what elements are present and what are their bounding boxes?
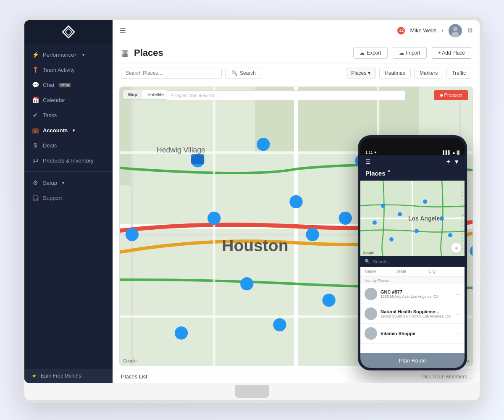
svg-rect-6 — [120, 87, 132, 185]
sidebar-item-deals[interactable]: $ Deals — [24, 138, 113, 153]
phone-search-text: Search... — [373, 259, 391, 264]
sidebar-item-label: Performance+ — [43, 52, 77, 58]
products-icon: 🏷 — [32, 157, 39, 164]
phone-time: 1:11 ✦ — [365, 150, 377, 155]
earn-free-months-item[interactable]: ★ Earn Free Months — [24, 369, 113, 383]
earn-free-months-label: Earn Free Months — [41, 373, 81, 379]
place-name: Natural Health Suppleme... — [381, 309, 452, 314]
place-avatar — [365, 327, 377, 340]
place-avatar — [365, 307, 377, 320]
chevron-down-icon: ▾ — [82, 52, 84, 57]
phone-filter-icon[interactable]: ▼ — [454, 158, 459, 165]
sidebar-item-label: Deals — [43, 142, 57, 149]
plan-route-button[interactable]: Plan Route — [360, 353, 465, 368]
markers-button[interactable]: Markers — [414, 68, 443, 79]
main-content: ☰ 12 Mike Wells ▾ ⚙ — [113, 20, 480, 383]
settings-icon[interactable]: ⚙ — [467, 26, 473, 34]
user-name[interactable]: Mike Wells — [410, 27, 436, 34]
heatmap-button[interactable]: Heatmap — [379, 68, 411, 79]
phone-list-item[interactable]: Natural Health Suppleme... 29358 South S… — [360, 304, 465, 324]
places-icon: ▦ — [121, 48, 129, 58]
sidebar-logo — [24, 20, 113, 44]
star-icon: ★ — [32, 373, 37, 379]
phone-notch — [360, 138, 465, 150]
sidebar-item-setup[interactable]: ⚙ Setup ▾ — [24, 175, 113, 190]
svg-text:Houston: Houston — [222, 236, 288, 255]
places-filter-button[interactable]: Places ▾ — [346, 68, 376, 79]
calendar-icon: 📅 — [32, 97, 39, 103]
import-button[interactable]: ☁ Import — [393, 47, 427, 59]
sidebar-item-chat[interactable]: 💬 Chat BETA — [24, 77, 113, 92]
phone-map: Los Angeles Google ⊕ — [360, 181, 465, 256]
topbar: ☰ 12 Mike Wells ▾ ⚙ — [113, 20, 480, 41]
sidebar-item-tasks[interactable]: ✔ Tasks — [24, 108, 113, 123]
phone-google-logo: Google — [363, 251, 374, 255]
phone-hamburger-icon[interactable]: ☰ — [365, 158, 371, 165]
monitor-frame: ⚡ Performance+ ▾ 📍 Team Activity 💬 Chat … — [21, 17, 483, 403]
prospect-search-input[interactable]: Prospect this area for... — [166, 90, 405, 100]
place-name: Vitamin Shoppe — [381, 331, 452, 336]
map-tab-satellite[interactable]: Satellite — [142, 90, 169, 99]
sidebar-nav: ⚡ Performance+ ▾ 📍 Team Activity 💬 Chat … — [24, 44, 113, 369]
chat-icon: 💬 — [32, 81, 39, 88]
place-address: 29358 South Salo Road, Los Angeles, CA — [381, 314, 452, 318]
phone-search-icon: 🔍 — [365, 259, 370, 264]
place-name: GNC #877 — [381, 289, 452, 294]
phone-alphabet-scroll: FGHIJKLMNOPQRSTUV — [461, 186, 464, 251]
place-more-button[interactable]: ··· — [455, 291, 460, 297]
setup-icon: ⚙ — [32, 179, 39, 186]
monitor-stand — [24, 383, 480, 400]
monitor-neck — [235, 385, 269, 398]
search-input[interactable] — [126, 70, 217, 76]
export-icon: ☁ — [360, 50, 365, 56]
user-avatar — [449, 24, 462, 37]
places-list-label: Places List — [121, 373, 147, 380]
sidebar-item-label: Calendar — [43, 97, 65, 103]
phone-list-item[interactable]: Vitamin Shoppe ··· — [360, 324, 465, 344]
phone-compass[interactable]: ⊕ — [451, 243, 461, 253]
svg-marker-1 — [65, 29, 72, 35]
phone-list-item[interactable]: GNC #877 1235 McVey Ave, Los Angeles, CA… — [360, 284, 465, 304]
team-activity-icon: 📍 — [32, 66, 39, 73]
svg-point-3 — [453, 27, 457, 31]
hamburger-menu-button[interactable]: ☰ — [119, 26, 126, 35]
beta-badge: BETA — [59, 83, 70, 87]
place-more-button[interactable]: ··· — [455, 310, 460, 317]
search-button[interactable]: 🔍 Search — [225, 68, 262, 79]
prospect-button[interactable]: ◆ Prospect — [434, 90, 468, 100]
google-logo: Google — [123, 359, 136, 363]
search-icon: 🔍 — [231, 70, 238, 76]
notification-badge[interactable]: 12 — [397, 27, 405, 34]
phone-signal: ▌▌▌ ▲ ▓ — [443, 150, 459, 155]
sidebar-item-products[interactable]: 🏷 Products & Inventory — [24, 153, 113, 168]
page-title: Places — [134, 47, 348, 58]
traffic-button[interactable]: Traffic — [446, 68, 471, 79]
logo-icon — [61, 24, 76, 39]
phone-search-bar: 🔍 Search... — [360, 256, 465, 267]
phone-add-icon[interactable]: + — [446, 158, 450, 165]
sidebar-item-calendar[interactable]: 📅 Calendar — [24, 92, 113, 108]
place-avatar — [365, 288, 377, 300]
sidebar-item-team-activity[interactable]: 📍 Team Activity — [24, 62, 113, 77]
pick-team-members[interactable]: Pick Team Members... — [422, 374, 471, 380]
add-place-button[interactable]: + Add Place — [432, 47, 471, 59]
performance-icon: ⚡ — [32, 51, 39, 58]
phone-col-city: City — [428, 269, 460, 274]
export-button[interactable]: ☁ Export — [353, 47, 388, 59]
map-tabs: Map Satellite — [123, 90, 169, 99]
place-more-button[interactable]: ··· — [455, 330, 460, 337]
search-input-wrap — [121, 68, 222, 79]
phone-overlay: 1:11 ✦ ▌▌▌ ▲ ▓ ☰ + ▼ Places ˅ — [358, 135, 467, 370]
user-menu-caret[interactable]: ▾ — [441, 28, 444, 33]
map-tab-map[interactable]: Map — [123, 90, 142, 99]
sidebar-item-support[interactable]: 🎧 Support — [24, 190, 113, 205]
topbar-right: 12 Mike Wells ▾ ⚙ — [397, 24, 473, 37]
sidebar-item-label: Support — [43, 195, 62, 201]
import-icon: ☁ — [399, 50, 404, 56]
deals-icon: $ — [32, 142, 39, 149]
sidebar-item-performance[interactable]: ⚡ Performance+ ▾ — [24, 47, 113, 62]
phone-places-title[interactable]: Places ˅ — [360, 168, 465, 181]
sidebar-item-label: Accounts — [43, 127, 68, 134]
sidebar-item-accounts[interactable]: 💼 Accounts ▾ — [24, 123, 113, 138]
chevron-down-icon: ▾ — [73, 128, 75, 133]
